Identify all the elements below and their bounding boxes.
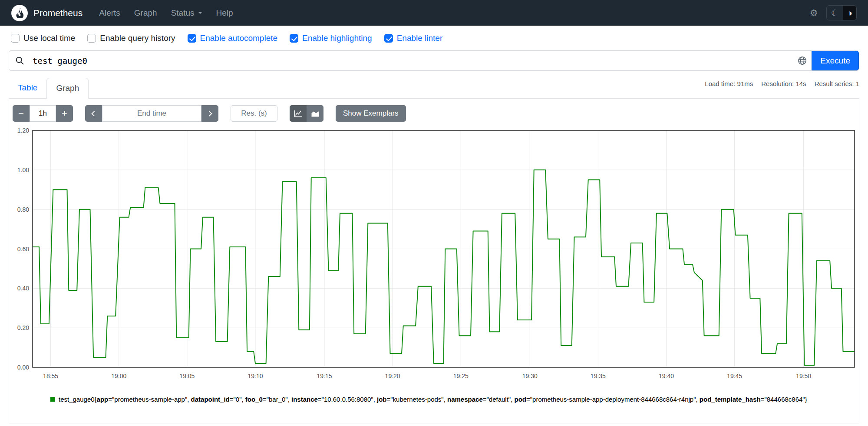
stacked-chart-icon[interactable] xyxy=(307,105,323,122)
chart-type-toggle xyxy=(290,105,323,122)
tab-table[interactable]: Table xyxy=(9,78,46,99)
resolution-input[interactable] xyxy=(231,105,277,122)
svg-text:19:25: 19:25 xyxy=(453,373,469,379)
svg-text:1.20: 1.20 xyxy=(17,127,29,134)
theme-toggle-group: ☾ ◑ xyxy=(826,5,857,20)
query-input-group: Execute xyxy=(9,50,859,71)
option-enable-query-history[interactable]: Enable query history xyxy=(87,33,175,43)
svg-text:19:30: 19:30 xyxy=(522,373,538,379)
checkbox xyxy=(11,34,20,43)
checkbox xyxy=(87,34,96,43)
svg-text:18:55: 18:55 xyxy=(43,373,58,379)
graph-panel: − + Show Exemplars 0.000.200.400.600.801… xyxy=(9,99,859,423)
legend-text: test_gauge0{app="prometheus-sample-app",… xyxy=(59,396,807,403)
search-icon xyxy=(9,51,30,70)
prometheus-flame-icon xyxy=(11,5,28,21)
svg-text:0.60: 0.60 xyxy=(17,246,29,253)
execute-button[interactable]: Execute xyxy=(812,51,859,70)
svg-text:0.80: 0.80 xyxy=(17,206,29,213)
chevron-left-icon xyxy=(90,110,97,117)
svg-text:19:00: 19:00 xyxy=(111,373,126,379)
query-stats: Load time: 91ms Resolution: 14s Result s… xyxy=(705,80,859,87)
option-label: Use local time xyxy=(23,33,75,43)
nav-item-alerts[interactable]: Alerts xyxy=(99,8,120,18)
query-bar: Execute xyxy=(9,50,859,71)
settings-gear-icon[interactable]: ⚙ xyxy=(806,7,822,19)
increase-range-button[interactable]: + xyxy=(56,105,73,122)
load-time: Load time: 91ms xyxy=(705,80,753,87)
svg-text:0.40: 0.40 xyxy=(17,285,29,292)
option-label: Enable autocomplete xyxy=(200,33,278,43)
option-enable-highlighting[interactable]: Enable highlighting xyxy=(290,33,372,43)
svg-text:19:35: 19:35 xyxy=(591,373,606,379)
checkbox xyxy=(188,34,196,43)
svg-text:0.00: 0.00 xyxy=(17,364,29,371)
nav-item-help[interactable]: Help xyxy=(216,8,233,18)
tabs-row: Table Graph Load time: 91ms Resolution: … xyxy=(9,78,859,99)
option-label: Enable linter xyxy=(397,33,443,43)
svg-text:19:10: 19:10 xyxy=(248,373,263,379)
query-input[interactable] xyxy=(30,51,792,70)
option-enable-autocomplete[interactable]: Enable autocomplete xyxy=(188,33,278,43)
chart[interactable]: 0.000.200.400.600.801.001.2018:5519:0019… xyxy=(9,122,859,387)
option-enable-linter[interactable]: Enable linter xyxy=(384,33,443,43)
decrease-range-button[interactable]: − xyxy=(13,105,30,122)
result-series: Result series: 1 xyxy=(815,80,859,87)
nav-item-status-label: Status xyxy=(171,8,195,18)
rewind-time-button[interactable] xyxy=(85,105,102,122)
svg-text:19:15: 19:15 xyxy=(317,373,332,379)
nav-item-status[interactable]: Status xyxy=(171,8,202,18)
end-time-input[interactable] xyxy=(102,105,201,122)
time-controls xyxy=(85,105,218,122)
time-series-chart[interactable]: 0.000.200.400.600.801.001.2018:5519:0019… xyxy=(13,125,855,385)
navbar-actions: ⚙ ☾ ◑ xyxy=(806,5,857,20)
range-controls: − + xyxy=(13,105,73,122)
option-use-local-time[interactable]: Use local time xyxy=(11,33,75,43)
option-label: Enable query history xyxy=(100,33,175,43)
query-options: Use local time Enable query history Enab… xyxy=(0,26,868,49)
brand-link[interactable]: Prometheus xyxy=(11,5,83,21)
svg-text:0.20: 0.20 xyxy=(17,324,29,331)
checkbox xyxy=(384,34,393,43)
graph-controls: − + Show Exemplars xyxy=(9,99,859,122)
navbar: Prometheus Alerts Graph Status Help ⚙ ☾ … xyxy=(0,0,868,26)
chevron-down-icon xyxy=(198,12,202,14)
moon-icon[interactable]: ☾ xyxy=(827,6,843,20)
svg-text:19:50: 19:50 xyxy=(796,373,811,379)
tab-graph[interactable]: Graph xyxy=(46,78,89,99)
svg-text:19:45: 19:45 xyxy=(727,373,742,379)
metrics-explorer-globe-icon[interactable] xyxy=(792,51,812,70)
line-chart-icon[interactable] xyxy=(290,105,307,122)
range-input[interactable] xyxy=(30,105,56,122)
nav-links: Alerts Graph Status Help xyxy=(99,8,233,18)
checkbox xyxy=(290,34,298,43)
series-swatch xyxy=(50,397,55,402)
legend[interactable]: test_gauge0{app="prometheus-sample-app",… xyxy=(9,387,859,403)
chevron-right-icon xyxy=(207,110,213,117)
nav-item-graph[interactable]: Graph xyxy=(134,8,157,18)
svg-text:19:20: 19:20 xyxy=(385,373,400,379)
tabs: Table Graph xyxy=(9,78,89,99)
option-label: Enable highlighting xyxy=(302,33,372,43)
forward-time-button[interactable] xyxy=(201,105,218,122)
svg-text:19:40: 19:40 xyxy=(659,373,674,379)
brand-title: Prometheus xyxy=(33,8,83,18)
svg-text:1.00: 1.00 xyxy=(17,166,29,173)
svg-text:19:05: 19:05 xyxy=(179,373,195,379)
show-exemplars-button[interactable]: Show Exemplars xyxy=(336,105,406,122)
resolution: Resolution: 14s xyxy=(761,80,806,87)
contrast-theme-icon[interactable]: ◑ xyxy=(843,6,856,20)
